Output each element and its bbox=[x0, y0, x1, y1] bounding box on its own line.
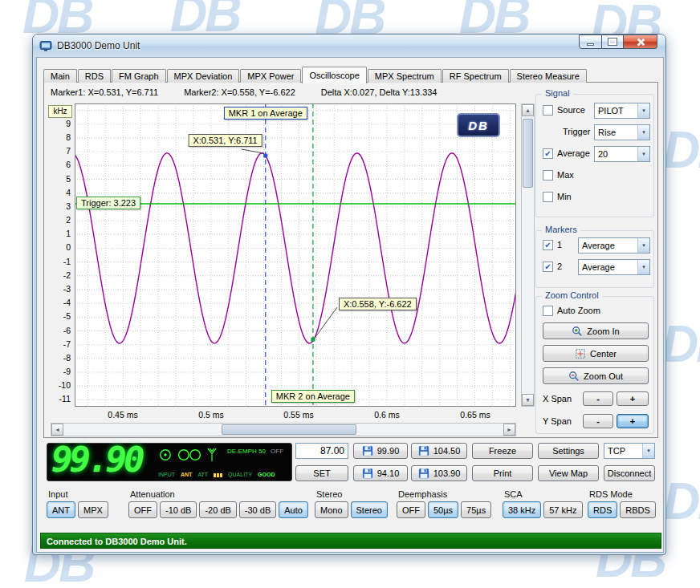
marker1-mode-select[interactable]: Average ▼ bbox=[578, 237, 650, 253]
oscilloscope-plot[interactable]: DB bbox=[75, 103, 516, 407]
average-label: Average bbox=[557, 148, 590, 158]
y-tick-label: 0 bbox=[66, 242, 71, 252]
x-span-minus-button[interactable]: - bbox=[583, 391, 613, 406]
preset-button-2[interactable]: 104.50 bbox=[411, 443, 467, 459]
auto-zoom-checkbox[interactable]: ✔ bbox=[543, 306, 553, 316]
dropdown-arrow-icon: ▼ bbox=[637, 125, 649, 140]
marker2-readout: Marker2: X=0.558, Y=-6.622 bbox=[184, 87, 295, 97]
connection-type-select[interactable]: TCP ▼ bbox=[604, 443, 655, 459]
y-tick-label: 7 bbox=[66, 146, 71, 156]
minimize-button[interactable] bbox=[579, 34, 602, 49]
disconnect-button[interactable]: Disconnect bbox=[604, 465, 655, 481]
attenuation-group-label: Attenuation bbox=[130, 489, 175, 499]
check-icon: ✔ bbox=[544, 263, 551, 271]
stereo-group-label: Stereo bbox=[316, 489, 342, 499]
tab-mpx-spectrum[interactable]: MPX Spectrum bbox=[368, 69, 442, 83]
tab-strip: MainRDSFM GraphMPX DeviationMPX PowerOsc… bbox=[43, 67, 588, 83]
stereo-indicator-icon bbox=[177, 448, 202, 461]
y-span-plus-button[interactable]: + bbox=[617, 414, 649, 428]
y-tick-label: -7 bbox=[63, 339, 71, 349]
set-button[interactable]: SET bbox=[295, 465, 348, 481]
sca-button-38-khz[interactable]: 38 kHz bbox=[503, 501, 541, 518]
average-checkbox[interactable]: ✔ bbox=[543, 148, 553, 159]
max-label: Max bbox=[557, 170, 574, 180]
dropdown-arrow-icon: ▼ bbox=[637, 103, 649, 118]
marker1-checkbox[interactable]: ✔ bbox=[543, 240, 553, 250]
app-icon bbox=[39, 39, 52, 52]
close-button[interactable] bbox=[624, 34, 657, 49]
deva-watermark-logo: DB bbox=[661, 314, 700, 374]
marker2-value-tooltip: X:0.558, Y:-6.622 bbox=[339, 298, 417, 310]
vertical-scroll-thumb[interactable] bbox=[523, 119, 533, 188]
vertical-scrollbar[interactable]: ▲ ▼ bbox=[521, 103, 535, 407]
horizontal-scrollbar[interactable]: ◄ ► bbox=[51, 423, 516, 436]
oscilloscope-tab-page: Marker1: X=0.531, Y=6.711 Marker2: X=0.5… bbox=[43, 82, 658, 438]
y-tick-label: -4 bbox=[63, 298, 71, 307]
x-span-plus-button[interactable]: + bbox=[617, 391, 649, 406]
deemph-indicator: DE-EMPH 50 bbox=[227, 448, 266, 455]
freeze-button[interactable]: Freeze bbox=[472, 443, 533, 459]
source-select[interactable]: PILOT ▼ bbox=[594, 103, 650, 119]
rds-mode-group: RDS ModeRDSRBDS bbox=[588, 489, 655, 526]
attenuation-button--30-db[interactable]: -30 dB bbox=[239, 501, 276, 518]
deemphasis-button-off[interactable]: OFF bbox=[397, 501, 425, 518]
tab-mpx-deviation[interactable]: MPX Deviation bbox=[167, 69, 240, 83]
tab-rds[interactable]: RDS bbox=[78, 69, 111, 83]
print-button[interactable]: Print bbox=[472, 465, 533, 481]
rds_mode-button-rbds[interactable]: RBDS bbox=[620, 501, 656, 518]
source-checkbox[interactable]: ✔ bbox=[543, 105, 553, 116]
preset-button-3[interactable]: 94.10 bbox=[353, 465, 408, 481]
trigger-level-label: Trigger: 3.223 bbox=[76, 197, 140, 209]
max-checkbox[interactable]: ✔ bbox=[543, 170, 553, 180]
scroll-up-button[interactable]: ▲ bbox=[522, 104, 534, 116]
tab-stereo-measure[interactable]: Stereo Measure bbox=[510, 69, 587, 83]
trigger-select[interactable]: Rise ▼ bbox=[594, 124, 650, 140]
preset-button-4[interactable]: 103.90 bbox=[411, 465, 467, 481]
center-button[interactable]: Center bbox=[543, 345, 649, 362]
tab-mpx-power[interactable]: MPX Power bbox=[240, 69, 301, 83]
frequency-input[interactable] bbox=[295, 443, 348, 459]
stereo-button-mono[interactable]: Mono bbox=[315, 501, 348, 518]
sca-button-57-khz[interactable]: 57 kHz bbox=[543, 501, 582, 518]
settings-button[interactable]: Settings bbox=[538, 443, 599, 459]
deemphasis-button-75-s[interactable]: 75µs bbox=[461, 501, 491, 518]
scroll-down-button[interactable]: ▼ bbox=[522, 394, 534, 406]
marker2-checkbox[interactable]: ✔ bbox=[543, 262, 553, 272]
zoom-out-button[interactable]: Zoom Out bbox=[543, 367, 649, 384]
waveform-canvas[interactable] bbox=[75, 103, 516, 407]
zoom-in-button[interactable]: Zoom In bbox=[543, 322, 649, 339]
input-button-mpx[interactable]: MPX bbox=[78, 501, 108, 518]
y-axis-labels: 9876543210-1-2-3-4-5-6-7-8-9-10-11 bbox=[46, 103, 73, 407]
preset-button-1[interactable]: 99.90 bbox=[353, 443, 408, 459]
tab-main[interactable]: Main bbox=[43, 69, 77, 83]
y-tick-label: 5 bbox=[66, 174, 71, 184]
y-span-minus-button[interactable]: - bbox=[583, 414, 613, 428]
off-indicator: OFF bbox=[271, 448, 283, 455]
att-indicator-label: ATT bbox=[197, 472, 208, 478]
horizontal-scroll-thumb[interactable] bbox=[222, 424, 356, 435]
attenuation-button--20-db[interactable]: -20 dB bbox=[199, 501, 236, 518]
scroll-right-button[interactable]: ► bbox=[503, 424, 515, 436]
maximize-button[interactable] bbox=[602, 34, 624, 49]
marker2-mode-select[interactable]: Average ▼ bbox=[578, 259, 650, 275]
attenuation-button--10-db[interactable]: -10 dB bbox=[160, 501, 197, 518]
view-map-button[interactable]: View Map bbox=[538, 465, 599, 481]
marker1-banner: MKR 1 on Average bbox=[224, 107, 307, 120]
deemphasis-button-50-s[interactable]: 50µs bbox=[428, 501, 458, 518]
y-tick-label: -11 bbox=[59, 394, 71, 403]
attenuation-button-off[interactable]: OFF bbox=[128, 501, 157, 518]
attenuation-button-auto[interactable]: Auto bbox=[279, 501, 308, 518]
right-arrow-icon: ► bbox=[507, 427, 512, 432]
input-button-ant[interactable]: ANT bbox=[47, 501, 75, 518]
stereo-button-stereo[interactable]: Stereo bbox=[351, 501, 388, 518]
scroll-left-button[interactable]: ◄ bbox=[51, 424, 63, 436]
tab-rf-spectrum[interactable]: RF Spectrum bbox=[442, 69, 509, 83]
min-checkbox[interactable]: ✔ bbox=[543, 192, 553, 202]
tab-fm-graph[interactable]: FM Graph bbox=[112, 69, 166, 83]
average-count-select[interactable]: 20 ▼ bbox=[594, 146, 650, 162]
rds_mode-button-rds[interactable]: RDS bbox=[588, 501, 617, 518]
tab-oscilloscope[interactable]: Oscilloscope bbox=[302, 67, 366, 83]
title-bar[interactable]: DB3000 Demo Unit bbox=[33, 34, 665, 57]
stereo-group: StereoMonoStereo bbox=[315, 489, 392, 526]
center-label: Center bbox=[590, 349, 617, 359]
